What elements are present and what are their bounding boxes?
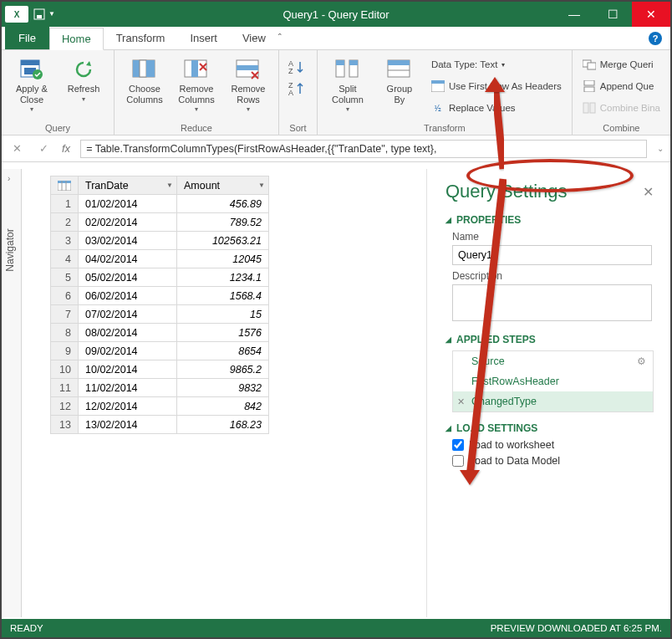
cell-trandate[interactable]: 13/02/2014	[79, 416, 177, 434]
grid-corner[interactable]	[51, 176, 79, 195]
cell-trandate[interactable]: 09/02/2014	[79, 342, 177, 360]
table-row[interactable]: 808/02/20141576	[51, 324, 269, 342]
close-button[interactable]: ✕	[632, 2, 670, 27]
replace-icon: ¹⁄₂	[431, 101, 445, 115]
file-tab[interactable]: File	[5, 27, 49, 49]
refresh-button[interactable]: Refresh ▾	[60, 54, 107, 121]
accept-formula-icon[interactable]: ✓	[35, 142, 52, 155]
cell-amount[interactable]: 8654	[177, 342, 269, 360]
step-source[interactable]: Source ⚙	[453, 351, 653, 371]
load-to-data-model-checkbox[interactable]: Load to Data Model	[452, 455, 654, 467]
formula-dropdown-icon[interactable]: ⌄	[657, 144, 664, 153]
cell-trandate[interactable]: 02/02/2014	[79, 213, 177, 232]
cell-amount[interactable]: 1234.1	[177, 268, 269, 287]
cell-trandate[interactable]: 04/02/2014	[79, 250, 177, 268]
split-column-button[interactable]: Split Column ▾	[324, 54, 371, 121]
formula-input[interactable]: = Table.TransformColumnTypes(FirstRowAsH…	[80, 140, 647, 158]
append-queries-button[interactable]: Append Que	[579, 77, 664, 95]
step-changedtype[interactable]: ✕ ChangedType	[453, 391, 653, 412]
cell-trandate[interactable]: 06/02/2014	[79, 287, 177, 305]
remove-columns-button[interactable]: Remove Columns ▾	[173, 54, 220, 121]
row-number: 13	[51, 416, 79, 434]
remove-rows-button[interactable]: Remove Rows ▾	[225, 54, 272, 121]
data-type-dropdown[interactable]: Data Type: Text ▾	[428, 55, 565, 74]
cell-trandate[interactable]: 03/02/2014	[79, 232, 177, 250]
cell-amount[interactable]: 9865.2	[177, 360, 269, 379]
table-row[interactable]: 909/02/20148654	[51, 342, 269, 360]
navigator-panel[interactable]: › Navigator	[3, 169, 22, 617]
table-row[interactable]: 1212/02/2014842	[51, 397, 269, 416]
fx-icon[interactable]: fx	[62, 142, 70, 155]
table-row[interactable]: 101/02/2014456.89	[51, 195, 269, 213]
cell-amount[interactable]: 456.89	[177, 195, 269, 213]
cell-amount[interactable]: 789.52	[177, 213, 269, 232]
choose-columns-button[interactable]: Choose Columns	[121, 54, 168, 121]
cell-amount[interactable]: 168.23	[177, 416, 269, 434]
cell-trandate[interactable]: 12/02/2014	[79, 397, 177, 416]
applied-steps-header[interactable]: ◢ APPLIED STEPS	[445, 334, 654, 345]
properties-header[interactable]: ◢ PROPERTIES	[445, 214, 654, 226]
column-header-trandate[interactable]: TranDate ▼	[79, 176, 177, 195]
cell-trandate[interactable]: 08/02/2014	[79, 324, 177, 342]
qat-dropdown-icon[interactable]: ▼	[48, 8, 60, 20]
home-tab[interactable]: Home	[49, 28, 104, 50]
query-description-input[interactable]	[452, 284, 652, 321]
cell-amount[interactable]: 12045	[177, 250, 269, 268]
insert-tab[interactable]: Insert	[177, 27, 230, 49]
cell-amount[interactable]: 9832	[177, 379, 269, 397]
table-row[interactable]: 1313/02/2014168.23	[51, 416, 269, 434]
group-by-button[interactable]: Group By	[376, 54, 423, 121]
close-settings-icon[interactable]: ✕	[643, 184, 654, 200]
cell-amount[interactable]: 1576	[177, 324, 269, 342]
transform-tab[interactable]: Transform	[104, 27, 178, 49]
dropdown-icon: ▾	[82, 95, 85, 103]
sort-desc-button[interactable]: ZA	[288, 80, 307, 97]
table-row[interactable]: 606/02/20141568.4	[51, 287, 269, 305]
merge-queries-button[interactable]: Merge Queri	[579, 55, 664, 74]
help-icon[interactable]: ?	[649, 32, 662, 45]
cell-trandate[interactable]: 11/02/2014	[79, 379, 177, 397]
split-column-icon	[333, 57, 362, 82]
svg-rect-25	[349, 60, 358, 65]
table-row[interactable]: 202/02/2014789.52	[51, 213, 269, 232]
table-row[interactable]: 505/02/20141234.1	[51, 268, 269, 287]
cell-trandate[interactable]: 10/02/2014	[79, 360, 177, 379]
query-name-input[interactable]	[452, 245, 652, 265]
column-header-amount[interactable]: Amount ▼	[177, 176, 269, 195]
dropdown-icon: ▾	[346, 105, 349, 113]
row-number: 6	[51, 287, 79, 305]
load-settings-header[interactable]: ◢ LOAD SETTINGS	[445, 422, 654, 434]
load-to-worksheet-checkbox[interactable]: Load to worksheet	[452, 439, 654, 451]
qat-save-icon[interactable]	[33, 8, 45, 20]
cancel-formula-icon[interactable]: ✕	[8, 142, 25, 155]
chevron-right-icon[interactable]: ›	[8, 174, 10, 183]
minimize-button[interactable]: —	[555, 2, 593, 27]
table-row[interactable]: 303/02/2014102563.21	[51, 232, 269, 250]
table-row[interactable]: 404/02/201412045	[51, 250, 269, 268]
filter-dropdown-icon[interactable]: ▼	[258, 181, 265, 189]
apply-close-button[interactable]: Apply & Close ▾	[8, 54, 55, 121]
cell-trandate[interactable]: 05/02/2014	[79, 268, 177, 287]
cell-amount[interactable]: 842	[177, 397, 269, 416]
cell-trandate[interactable]: 01/02/2014	[79, 195, 177, 213]
maximize-button[interactable]: ☐	[593, 2, 632, 27]
cell-amount[interactable]: 15	[177, 305, 269, 324]
delete-step-icon[interactable]: ✕	[457, 396, 465, 407]
data-grid[interactable]: TranDate ▼ Amount ▼ 101/02/2014456.89202…	[22, 169, 426, 617]
cell-amount[interactable]: 1568.4	[177, 287, 269, 305]
cell-trandate[interactable]: 07/02/2014	[79, 305, 177, 324]
table-row[interactable]: 707/02/201415	[51, 305, 269, 324]
sort-asc-button[interactable]: AZ	[288, 59, 307, 75]
svg-rect-3	[21, 60, 39, 65]
first-row-headers-button[interactable]: Use First Row As Headers	[428, 77, 565, 95]
gear-icon[interactable]: ⚙	[637, 355, 646, 367]
table-row[interactable]: 1010/02/20149865.2	[51, 360, 269, 379]
dropdown-icon: ▾	[247, 105, 250, 113]
replace-values-button[interactable]: ¹⁄₂ Replace Values	[428, 99, 565, 117]
step-firstrowasheader[interactable]: FirstRowAsHeader	[453, 371, 653, 391]
cell-amount[interactable]: 102563.21	[177, 232, 269, 250]
view-tab[interactable]: View	[230, 27, 278, 49]
collapse-ribbon-icon[interactable]: ˆ	[278, 33, 282, 44]
filter-dropdown-icon[interactable]: ▼	[166, 181, 173, 189]
table-row[interactable]: 1111/02/20149832	[51, 379, 269, 397]
